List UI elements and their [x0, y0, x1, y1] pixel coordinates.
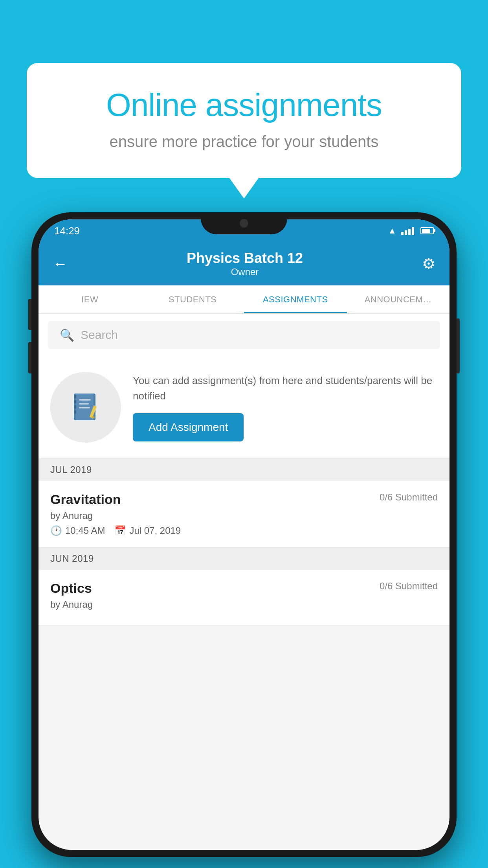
- app-header: ← Physics Batch 12 Owner ⚙: [39, 242, 449, 285]
- month-separator-jul2019: JUL 2019: [39, 459, 449, 481]
- tab-assignments[interactable]: ASSIGNMENTS: [244, 285, 347, 313]
- assignment-meta-gravitation: 🕐 10:45 AM 📅 Jul 07, 2019: [50, 525, 438, 536]
- speech-bubble-subtitle: ensure more practice for your students: [58, 133, 430, 151]
- volume-down-button: [28, 342, 31, 373]
- svg-rect-4: [74, 405, 76, 408]
- assignment-header-gravitation: Gravitation 0/6 Submitted: [50, 492, 438, 507]
- svg-rect-2: [74, 395, 76, 398]
- tab-students[interactable]: STUDENTS: [141, 285, 244, 313]
- phone-screen: 14:29 ▲ ← Physics Batch: [39, 219, 449, 850]
- search-placeholder-text: Search: [81, 328, 118, 342]
- add-assignment-button[interactable]: Add Assignment: [133, 413, 244, 441]
- battery-icon: [420, 227, 434, 234]
- month-separator-jun2019: JUN 2019: [39, 548, 449, 570]
- svg-rect-6: [79, 399, 91, 401]
- signal-icon: [401, 226, 414, 235]
- promo-icon-circle: [50, 372, 121, 443]
- tab-announcements[interactable]: ANNOUNCEM…: [347, 285, 450, 313]
- clock-icon: 🕐: [50, 525, 62, 536]
- notebook-icon: [68, 390, 103, 425]
- back-button[interactable]: ←: [53, 256, 68, 272]
- svg-rect-7: [79, 403, 89, 405]
- search-input-wrapper[interactable]: 🔍 Search: [48, 321, 440, 349]
- wifi-icon: ▲: [388, 226, 396, 236]
- svg-rect-3: [74, 400, 76, 403]
- power-button: [457, 318, 460, 373]
- svg-rect-5: [74, 410, 76, 414]
- tab-iew[interactable]: IEW: [39, 285, 141, 313]
- settings-icon[interactable]: ⚙: [422, 255, 435, 272]
- volume-up-button: [28, 299, 31, 330]
- assignment-title-gravitation: Gravitation: [50, 492, 121, 507]
- calendar-icon: 📅: [114, 525, 126, 536]
- assignment-header-optics: Optics 0/6 Submitted: [50, 581, 438, 596]
- speech-bubble: Online assignments ensure more practice …: [27, 63, 461, 178]
- speech-bubble-title: Online assignments: [58, 86, 430, 123]
- assignment-date-gravitation: 📅 Jul 07, 2019: [114, 525, 181, 536]
- promo-section: You can add assignment(s) from here and …: [39, 356, 449, 459]
- phone-notch: [201, 212, 287, 234]
- assignment-by-gravitation: by Anurag: [50, 510, 438, 521]
- search-container: 🔍 Search: [39, 314, 449, 356]
- phone-frame: 14:29 ▲ ← Physics Batch: [31, 212, 457, 857]
- tab-bar: IEW STUDENTS ASSIGNMENTS ANNOUNCEM…: [39, 285, 449, 314]
- svg-rect-8: [79, 407, 90, 408]
- assignment-submitted-optics: 0/6 Submitted: [380, 581, 438, 592]
- promo-text: You can add assignment(s) from here and …: [133, 373, 438, 404]
- header-center: Physics Batch 12 Owner: [68, 250, 422, 278]
- assignment-by-optics: by Anurag: [50, 599, 438, 610]
- assignment-item-optics[interactable]: Optics 0/6 Submitted by Anurag: [39, 570, 449, 625]
- assignment-item-gravitation[interactable]: Gravitation 0/6 Submitted by Anurag 🕐 10…: [39, 481, 449, 548]
- status-time: 14:29: [54, 225, 80, 237]
- promo-content: You can add assignment(s) from here and …: [133, 373, 438, 441]
- assignment-time-gravitation: 🕐 10:45 AM: [50, 525, 105, 536]
- assignment-title-optics: Optics: [50, 581, 92, 596]
- camera-dot: [240, 219, 248, 228]
- header-title: Physics Batch 12: [68, 250, 422, 267]
- search-icon: 🔍: [60, 328, 74, 342]
- assignment-submitted-gravitation: 0/6 Submitted: [380, 492, 438, 503]
- header-subtitle: Owner: [68, 267, 422, 278]
- status-icons: ▲: [388, 226, 434, 236]
- speech-bubble-container: Online assignments ensure more practice …: [27, 63, 461, 178]
